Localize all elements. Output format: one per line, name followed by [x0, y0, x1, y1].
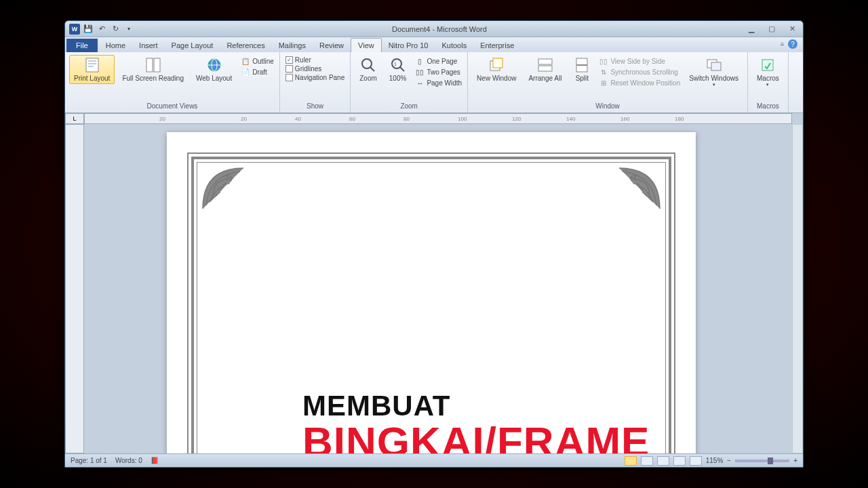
- app-window: W 💾 ↶ ↻ ▾ Document4 - Microsoft Word ▁ ▢…: [64, 20, 804, 468]
- macros-label: Macros: [757, 75, 779, 82]
- nav-pane-checkbox[interactable]: Navigation Pane: [285, 74, 344, 81]
- svg-rect-22: [762, 60, 773, 70]
- zoom-out-button[interactable]: −: [727, 457, 731, 464]
- zoom-slider[interactable]: [735, 460, 789, 462]
- svg-rect-21: [711, 62, 721, 70]
- new-window-label: New Window: [477, 75, 516, 82]
- tab-mailings[interactable]: Mailings: [272, 39, 313, 52]
- save-icon[interactable]: 💾: [83, 24, 94, 35]
- tab-page-layout[interactable]: Page Layout: [165, 39, 220, 52]
- corner-ornament-top-left-icon: [199, 165, 247, 212]
- view-outline-button[interactable]: [673, 456, 686, 466]
- view-print-layout-button[interactable]: [625, 456, 637, 466]
- new-window-icon: [488, 57, 505, 73]
- minimize-button[interactable]: ▁: [745, 24, 758, 34]
- one-page-button[interactable]: ▯One Page: [415, 56, 462, 66]
- zoom-label: Zoom: [359, 75, 377, 82]
- ribbon: Print Layout Full Screen Reading Web Lay…: [65, 52, 803, 113]
- vertical-scrollbar[interactable]: [792, 124, 803, 453]
- macros-button[interactable]: Macros ▾: [752, 55, 784, 89]
- statusbar: Page: 1 of 1 Words: 0 📕 115% − +: [65, 453, 803, 467]
- help-icon[interactable]: ?: [788, 39, 797, 49]
- svg-line-10: [370, 67, 374, 71]
- switch-windows-button[interactable]: Switch Windows ▾: [684, 55, 743, 89]
- titlebar: W 💾 ↶ ↻ ▾ Document4 - Microsoft Word ▁ ▢…: [65, 21, 803, 37]
- ruler-checkbox[interactable]: ✓Ruler: [285, 56, 344, 64]
- status-words[interactable]: Words: 0: [115, 457, 142, 464]
- draft-icon: 📄: [241, 67, 250, 77]
- view-side-button: ▯▯View Side by Side: [599, 56, 680, 66]
- tab-view[interactable]: View: [351, 38, 382, 52]
- outline-icon: 📋: [241, 56, 250, 66]
- group-show: ✓Ruler Gridlines Navigation Pane Show: [280, 52, 351, 113]
- status-page[interactable]: Page: 1 of 1: [71, 457, 107, 464]
- chevron-down-icon: ▾: [713, 82, 715, 87]
- arrange-all-button[interactable]: Arrange All: [524, 55, 566, 84]
- split-icon: [574, 57, 590, 73]
- undo-icon[interactable]: ↶: [96, 24, 107, 35]
- tab-review[interactable]: Review: [313, 39, 351, 52]
- zoom-100-label: 100%: [389, 75, 407, 82]
- outline-button[interactable]: 📋Outline: [241, 56, 274, 66]
- sync-scroll-button: ⇅Synchronous Scrolling: [599, 67, 680, 77]
- text-line-1: MEMBUAT: [302, 390, 650, 422]
- zoom-100-button[interactable]: 1 100%: [384, 55, 412, 84]
- ruler-corner[interactable]: L: [65, 113, 84, 124]
- tab-references[interactable]: References: [220, 39, 271, 52]
- svg-rect-2: [88, 63, 96, 64]
- macros-icon: [760, 57, 776, 73]
- view-draft-button[interactable]: [690, 456, 702, 466]
- arrange-all-label: Arrange All: [528, 75, 561, 82]
- web-layout-label: Web Layout: [196, 75, 232, 82]
- full-screen-icon: [145, 57, 161, 73]
- tab-enterprise[interactable]: Enterprise: [473, 39, 521, 52]
- new-window-button[interactable]: New Window: [472, 55, 521, 84]
- horizontal-ruler[interactable]: 20 20 40 60 80 100 120 140 160 180: [84, 113, 792, 124]
- svg-point-24: [226, 180, 230, 184]
- tab-insert[interactable]: Insert: [132, 39, 165, 52]
- print-layout-button[interactable]: Print Layout: [69, 55, 115, 84]
- page-width-icon: ↔: [415, 78, 425, 87]
- group-label-views: Document Views: [69, 102, 275, 111]
- group-window: New Window Arrange All Split ▯▯View Side…: [468, 52, 748, 113]
- text-line-2: BINGKAI/FRAME: [302, 422, 650, 453]
- full-screen-button[interactable]: Full Screen Reading: [117, 55, 189, 84]
- zoom-button[interactable]: Zoom: [355, 55, 382, 84]
- svg-line-12: [400, 67, 404, 71]
- file-tab[interactable]: File: [66, 39, 98, 52]
- close-button[interactable]: ✕: [785, 24, 799, 34]
- web-layout-button[interactable]: Web Layout: [191, 55, 237, 84]
- tab-home[interactable]: Home: [99, 39, 132, 52]
- svg-point-23: [216, 190, 220, 194]
- zoom-level[interactable]: 115%: [706, 457, 724, 464]
- zoom-in-button[interactable]: +: [793, 457, 797, 464]
- vertical-ruler[interactable]: [65, 124, 84, 453]
- page[interactable]: MEMBUAT BINGKAI/FRAME DI MS WORD: [167, 132, 696, 453]
- document-area[interactable]: L 20 20 40 60 80 100 120 140 160 180: [65, 113, 803, 453]
- tab-kutools[interactable]: Kutools: [435, 39, 473, 52]
- split-button[interactable]: Split: [569, 55, 595, 84]
- page-width-button[interactable]: ↔Page Width: [415, 78, 462, 87]
- word-logo-icon: W: [69, 24, 80, 35]
- svg-text:1: 1: [394, 62, 397, 66]
- svg-rect-16: [538, 59, 552, 64]
- svg-rect-5: [154, 58, 160, 72]
- two-pages-button[interactable]: ▯▯Two Pages: [415, 67, 462, 77]
- qat-more-icon[interactable]: ▾: [123, 24, 134, 35]
- zoom-100-icon: 1: [390, 57, 406, 73]
- svg-point-9: [362, 59, 372, 68]
- full-screen-label: Full Screen Reading: [122, 75, 184, 82]
- minimize-ribbon-icon[interactable]: ▵: [781, 39, 784, 49]
- svg-rect-15: [493, 58, 502, 68]
- tab-nitro[interactable]: Nitro Pro 10: [382, 39, 435, 52]
- zoom-icon: [360, 57, 376, 73]
- maximize-button[interactable]: ▢: [765, 24, 778, 34]
- group-label-show: Show: [284, 102, 346, 111]
- gridlines-checkbox[interactable]: Gridlines: [285, 65, 344, 73]
- view-web-layout-button[interactable]: [657, 456, 669, 466]
- group-document-views: Print Layout Full Screen Reading Web Lay…: [65, 52, 280, 113]
- redo-icon[interactable]: ↻: [110, 24, 121, 35]
- view-full-screen-button[interactable]: [641, 456, 653, 466]
- status-proofing-icon[interactable]: 📕: [151, 457, 159, 464]
- draft-button[interactable]: 📄Draft: [241, 67, 274, 77]
